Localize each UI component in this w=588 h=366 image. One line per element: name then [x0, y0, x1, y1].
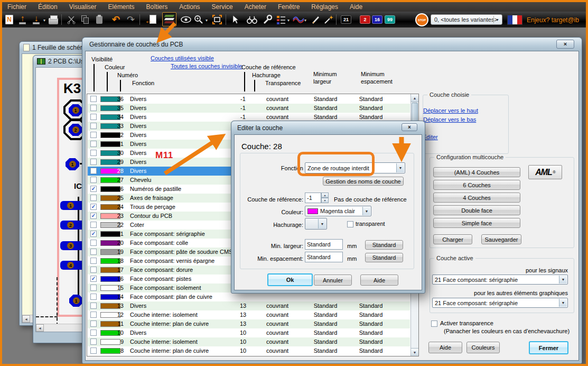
menu-item[interactable]: Actions [173, 3, 206, 11]
menu-item[interactable]: Fenêtre [272, 3, 305, 11]
layer-visible-checkbox[interactable]: ✓ [90, 204, 97, 210]
copy-icon[interactable] [81, 14, 89, 25]
ok-button[interactable]: Ok [267, 273, 313, 286]
magic-wand-icon[interactable] [323, 14, 334, 25]
stop-icon[interactable]: STOP [415, 13, 428, 26]
layer-visible-checkbox[interactable] [90, 159, 97, 165]
layer-count-badge[interactable]: 16 [372, 15, 382, 24]
layer-count-badge[interactable]: 21 [341, 15, 351, 24]
visibility-eye-icon[interactable] [180, 14, 192, 25]
layer-row[interactable]: 8Couche interne: plan de cuivre10couvran… [88, 346, 410, 355]
min-width-standard-button[interactable]: Standard [365, 240, 403, 250]
hatch-combo[interactable]: ▼ [305, 218, 327, 230]
search-binoculars-icon[interactable] [246, 14, 258, 25]
redo-icon[interactable]: ↷ [127, 14, 135, 25]
layer-row[interactable]: 13Divers13couvrantStandardStandard [88, 301, 410, 310]
save-config-button[interactable]: Sauvegarder [481, 234, 521, 244]
color-combo[interactable]: Magenta clair▼ [305, 206, 371, 216]
print-icon[interactable] [49, 14, 58, 25]
save-icon[interactable]: ↓ [33, 14, 40, 25]
layer-visible-checkbox[interactable] [90, 132, 97, 138]
menu-item[interactable]: Eléments [102, 3, 141, 11]
min-spacing-input[interactable]: Standard [305, 252, 343, 262]
layer-visible-checkbox[interactable] [90, 258, 97, 264]
min-spacing-standard-button[interactable]: Standard [365, 253, 403, 262]
menu-item[interactable]: Aide [344, 3, 368, 11]
layer-visible-checkbox[interactable] [90, 303, 97, 309]
component-list-icon[interactable] [276, 14, 286, 25]
layer-visible-checkbox[interactable] [90, 141, 97, 147]
layer-visible-checkbox[interactable] [90, 330, 97, 336]
multilayer-config-button[interactable]: Double face [433, 205, 520, 215]
zoom-menu-caret-icon[interactable]: ▾ [206, 18, 208, 23]
layer-visible-checkbox[interactable] [90, 168, 97, 174]
layer-visible-checkbox[interactable] [90, 150, 97, 156]
layer-visible-checkbox[interactable] [90, 177, 97, 183]
save-menu-caret-icon[interactable]: ▾ [43, 18, 45, 23]
chevron-down-icon[interactable]: ▼ [318, 219, 326, 228]
layer-visible-checkbox[interactable] [90, 347, 97, 354]
settings-wrench-icon[interactable] [262, 14, 273, 25]
signal-wave-icon[interactable] [293, 14, 304, 25]
layer-visible-checkbox[interactable] [90, 267, 97, 273]
layer-visible-checkbox[interactable] [90, 123, 97, 129]
multilayer-config-button[interactable]: 6 Couches [433, 180, 520, 190]
active-layer-graphics-combo[interactable]: 21 Face composant: sérigraphie▼ [432, 298, 568, 308]
layer-visible-checkbox[interactable] [90, 312, 97, 318]
layer-visible-checkbox[interactable] [90, 222, 97, 228]
layer-visible-checkbox[interactable] [90, 321, 97, 327]
import-icon[interactable]: ← [146, 14, 156, 25]
dialog-help-button[interactable]: Aide [360, 274, 398, 286]
chevron-down-icon[interactable]: ▼ [396, 163, 404, 172]
layer-row[interactable]: 14Face composant: plan de cuivre [88, 292, 410, 301]
chevron-down-icon[interactable]: ▼ [362, 207, 370, 215]
layer-row[interactable]: 11Couche interne: plan de cuivre13couvra… [88, 319, 410, 328]
layer-visible-checkbox[interactable] [90, 195, 97, 201]
layer-count-badge[interactable]: 99 [385, 15, 395, 24]
fit-view-icon[interactable] [211, 14, 223, 25]
menu-item[interactable]: Édition [32, 3, 63, 11]
layer-visible-checkbox[interactable]: ✓ [90, 276, 97, 282]
scroll-up-icon[interactable]: ▲ [411, 94, 418, 102]
layer-visible-checkbox[interactable] [90, 249, 97, 255]
layer-visible-checkbox[interactable] [90, 338, 97, 345]
layer-manager-titlebar[interactable]: Gestionnaire de couches du PCB [82, 38, 582, 51]
paste-icon[interactable] [96, 14, 102, 25]
menu-item[interactable]: Visualiser [63, 3, 102, 11]
multilayer-config-button[interactable]: Simple face [433, 218, 520, 228]
variant-caret-icon[interactable]: ▼ [493, 16, 501, 23]
close-button[interactable]: Fermer [529, 341, 568, 354]
chevron-down-icon[interactable]: ▼ [559, 276, 567, 283]
enable-transparency-checkbox[interactable] [431, 321, 437, 327]
function-combo[interactable]: Zone de routage interdit▼ [305, 162, 405, 173]
cursor-icon[interactable] [231, 14, 240, 25]
scroll-down-icon[interactable]: ▼ [411, 348, 418, 356]
open-icon[interactable]: ↑ [19, 14, 26, 25]
cancel-button[interactable]: Annuler [314, 274, 352, 286]
variant-selector[interactable]: 0, <toutes les variantes>▼ [431, 14, 502, 25]
multilayer-config-button[interactable]: 4 Couches [433, 193, 520, 203]
layer-count-badge[interactable]: 2 [360, 15, 370, 24]
reference-layer-input[interactable]: -1 [305, 193, 321, 203]
layer-visible-checkbox[interactable]: ✓ [90, 231, 97, 237]
active-layer-signals-combo[interactable]: 21 Face composant: sérigraphie▼ [432, 274, 568, 285]
layer-visible-checkbox[interactable] [90, 294, 97, 300]
menu-item[interactable]: Boîtiers [141, 3, 174, 11]
draw-pen-icon[interactable] [311, 14, 321, 25]
layer-visible-checkbox[interactable] [90, 96, 97, 102]
close-icon[interactable]: × [402, 123, 417, 131]
layer-row[interactable]: 35Divers-1couvrantStandardStandard [88, 104, 410, 113]
multilayer-config-button[interactable]: (AML) 4 Couches [433, 167, 520, 177]
menu-item[interactable]: Acheter [239, 3, 272, 11]
min-width-input[interactable]: Standard [305, 239, 343, 250]
layer-visible-checkbox[interactable] [90, 285, 97, 291]
layer-visible-checkbox[interactable]: ✓ [90, 213, 97, 219]
component-list-caret-icon[interactable]: ▾ [287, 18, 290, 23]
menu-item[interactable]: Réglages [305, 3, 344, 11]
colors-button[interactable]: Couleurs [466, 342, 500, 353]
all-invisible-link[interactable]: Toutes les couches invisible [171, 63, 242, 69]
layer-row[interactable]: 9Couche interne: isolement10couvrantStan… [88, 337, 410, 346]
layer-visible-checkbox[interactable] [90, 105, 97, 111]
scroll-left-icon[interactable]: ◄ [22, 315, 30, 323]
zoom-icon[interactable] [194, 14, 203, 25]
